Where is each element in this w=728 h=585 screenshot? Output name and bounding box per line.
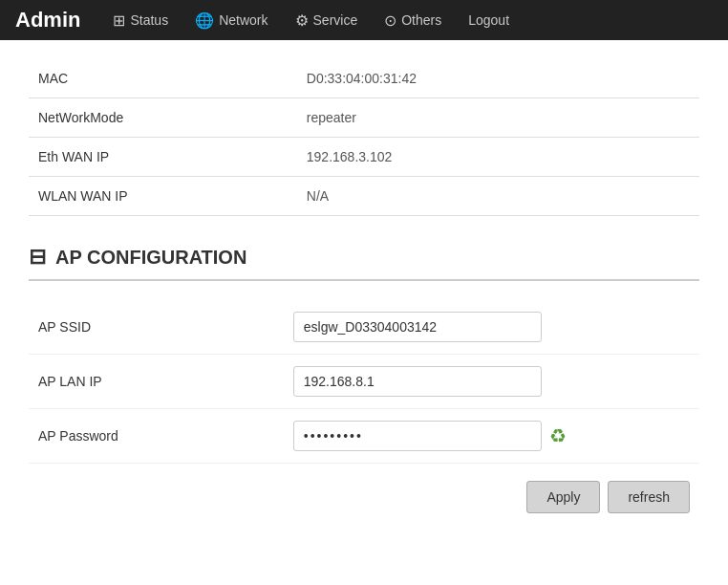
config-table: AP SSID AP LAN IP AP Password — [29, 300, 699, 464]
main-content: MAC D0:33:04:00:31:42 NetWorkMode repeat… — [0, 40, 728, 542]
nav-status-label: Status — [130, 12, 168, 28]
info-row: MAC D0:33:04:00:31:42 — [29, 59, 699, 98]
service-icon: ⚙ — [295, 11, 309, 30]
navbar: Admin ⊞ Status 🌐 Network ⚙ Service ⊙ Oth… — [0, 0, 728, 40]
ap-password-input[interactable] — [293, 421, 542, 451]
nav-status[interactable]: ⊞ Status — [99, 0, 182, 40]
info-table: MAC D0:33:04:00:31:42 NetWorkMode repeat… — [29, 59, 699, 216]
ap-config-section-title: ⊟ AP CONFIGURATION — [29, 245, 699, 281]
ap-password-label: AP Password — [29, 409, 284, 464]
ap-lan-ip-input[interactable] — [293, 366, 542, 397]
info-label: MAC — [29, 59, 297, 98]
ap-password-cell: ♻ — [293, 421, 690, 451]
network-icon: 🌐 — [195, 11, 214, 30]
info-value: N/A — [297, 177, 699, 216]
nav-network[interactable]: 🌐 Network — [182, 0, 281, 40]
ap-ssid-input[interactable] — [293, 312, 542, 342]
ap-config-title: AP CONFIGURATION — [55, 247, 246, 269]
nav-others-label: Others — [401, 12, 441, 28]
button-row: Apply refresh — [29, 464, 699, 523]
info-label: WLAN WAN IP — [29, 177, 297, 216]
info-value: 192.168.3.102 — [297, 138, 699, 177]
nav-service[interactable]: ⚙ Service — [282, 0, 372, 40]
info-row: Eth WAN IP 192.168.3.102 — [29, 138, 699, 177]
info-value: D0:33:04:00:31:42 — [297, 59, 699, 98]
password-refresh-icon[interactable]: ♻ — [549, 424, 567, 447]
ap-lan-ip-label: AP LAN IP — [29, 355, 284, 409]
ap-lan-ip-cell — [293, 366, 690, 397]
status-icon: ⊞ — [113, 11, 125, 30]
info-label: Eth WAN IP — [29, 138, 297, 177]
ap-ssid-row: AP SSID — [29, 300, 699, 355]
refresh-button[interactable]: refresh — [608, 481, 690, 513]
ap-password-row: AP Password ♻ — [29, 409, 699, 464]
ap-ssid-cell — [293, 312, 690, 342]
ap-lan-ip-row: AP LAN IP — [29, 355, 699, 409]
info-label: NetWorkMode — [29, 98, 297, 138]
nav-service-label: Service — [313, 12, 358, 28]
nav-network-label: Network — [219, 12, 268, 28]
ap-icon: ⊟ — [29, 245, 46, 270]
info-row: WLAN WAN IP N/A — [29, 177, 699, 216]
nav-logout[interactable]: Logout — [455, 0, 523, 40]
others-icon: ⊙ — [384, 11, 396, 30]
nav-others[interactable]: ⊙ Others — [371, 0, 455, 40]
ap-ssid-label: AP SSID — [29, 300, 284, 355]
info-value: repeater — [297, 98, 699, 138]
info-row: NetWorkMode repeater — [29, 98, 699, 138]
apply-button[interactable]: Apply — [526, 481, 600, 513]
brand-title: Admin — [15, 8, 80, 32]
nav-logout-label: Logout — [468, 12, 509, 28]
